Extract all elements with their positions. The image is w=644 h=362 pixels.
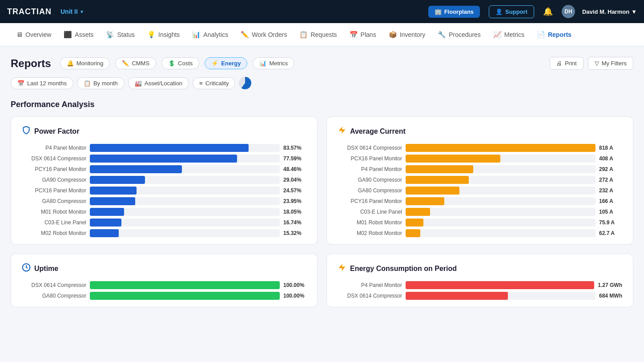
plans-icon: 📅 bbox=[350, 31, 358, 39]
bar-label: GA90 Compressor bbox=[338, 177, 402, 183]
monitoring-icon: 🔔 bbox=[67, 60, 74, 67]
nav-metrics[interactable]: 📈 Metrics bbox=[488, 28, 530, 41]
nav-status[interactable]: 📡 Status bbox=[101, 28, 140, 41]
nav-assets[interactable]: ⬛ Assets bbox=[58, 28, 99, 41]
bar-label: P4 Panel Monitor bbox=[22, 145, 86, 151]
tab-energy[interactable]: ⚡ Energy bbox=[205, 57, 247, 69]
bar-label: M01 Robot Monitor bbox=[338, 219, 402, 226]
avatar: DH bbox=[562, 5, 575, 18]
bar-label: M01 Robot Monitor bbox=[22, 209, 86, 215]
bar-label: P4 Panel Monitor bbox=[338, 166, 402, 172]
bar-fill bbox=[90, 292, 280, 300]
nav-procedures[interactable]: 🔧 Procedures bbox=[432, 28, 486, 41]
bar-label: C03-E Line Panel bbox=[338, 209, 402, 215]
tab-metrics[interactable]: 📊 Metrics bbox=[253, 57, 294, 69]
my-filters-button[interactable]: ▽ My Filters bbox=[588, 57, 633, 70]
unit-selector[interactable]: Unit II ▼ bbox=[60, 8, 84, 15]
bar-track bbox=[406, 187, 596, 195]
bar-row: P4 Panel Monitor1.27 GWh bbox=[338, 281, 622, 289]
energy-consumption-chart: P4 Panel Monitor1.27 GWhDSX 0614 Compres… bbox=[338, 281, 622, 300]
bar-row: PCX16 Panel Monitor408 A bbox=[338, 155, 622, 163]
criticality-filter[interactable]: ≡ Criticality bbox=[193, 77, 235, 89]
energy-consumption-title: Energy Consumption on Period bbox=[338, 263, 622, 274]
bar-fill bbox=[406, 281, 594, 289]
header-actions: 🖨 Print ▽ My Filters bbox=[550, 57, 633, 70]
bar-fill bbox=[90, 281, 280, 289]
user-name[interactable]: David M. Harmon ▼ bbox=[582, 8, 637, 15]
bar-label: M02 Robot Monitor bbox=[22, 230, 86, 236]
bar-value: 100.00% bbox=[283, 293, 306, 299]
period-filter[interactable]: 📅 Last 12 months bbox=[11, 77, 73, 89]
power-factor-chart: P4 Panel Monitor83.57%DSX 0614 Compresso… bbox=[22, 144, 306, 237]
nav-analytics[interactable]: 📊 Analytics bbox=[187, 28, 233, 41]
nav-insights[interactable]: 💡 Insights bbox=[142, 28, 185, 41]
color-filter-button[interactable] bbox=[239, 77, 251, 89]
notifications-icon[interactable]: 🔔 bbox=[543, 7, 553, 16]
bar-track bbox=[90, 187, 280, 195]
bar-fill bbox=[406, 176, 469, 184]
bolt-icon bbox=[338, 126, 346, 137]
bar-track bbox=[406, 219, 596, 227]
bar-fill bbox=[90, 229, 119, 237]
bar-value: 48.46% bbox=[283, 166, 306, 172]
bar-track bbox=[406, 144, 596, 152]
bar-track bbox=[90, 144, 280, 152]
nav-reports[interactable]: 📄 Reports bbox=[531, 28, 577, 41]
bar-value: 818 A bbox=[599, 145, 622, 151]
bar-fill bbox=[90, 219, 121, 227]
bar-label: GA80 Compressor bbox=[338, 187, 402, 194]
filter-icon: ▽ bbox=[595, 60, 599, 67]
bar-track bbox=[90, 208, 280, 216]
bar-row: GA80 Compressor100.00% bbox=[22, 292, 306, 300]
groupby-filter[interactable]: 📋 By month bbox=[77, 77, 125, 89]
floorplans-button[interactable]: 🏢 Floorplans bbox=[428, 6, 480, 18]
bar-row: C03-E Line Panel105 A bbox=[338, 208, 622, 216]
analytics-icon: 📊 bbox=[192, 31, 201, 39]
nav-inventory[interactable]: 📦 Inventory bbox=[383, 28, 431, 41]
reports-icon: 📄 bbox=[537, 31, 545, 39]
bar-fill bbox=[90, 165, 182, 173]
bar-label: GA90 Compressor bbox=[22, 177, 86, 183]
average-current-card: Average Current DSX 0614 Compressor818 A… bbox=[326, 116, 633, 245]
insights-icon: 💡 bbox=[147, 31, 156, 39]
bar-fill bbox=[406, 187, 459, 195]
bar-track bbox=[90, 229, 280, 237]
nav-overview[interactable]: 🖥 Overview bbox=[11, 28, 56, 41]
svg-marker-2 bbox=[339, 264, 346, 271]
asset-filter[interactable]: 🏭 Asset/Location bbox=[128, 77, 189, 89]
bar-fill bbox=[406, 229, 420, 237]
unit-label: Unit II bbox=[60, 8, 78, 15]
bar-fill bbox=[90, 197, 135, 205]
bar-track bbox=[406, 197, 596, 205]
topbar: TRACTIAN Unit II ▼ 🏢 Floorplans 👤 Suppor… bbox=[0, 0, 644, 23]
bar-label: PCY16 Panel Monitor bbox=[338, 198, 402, 204]
nav-plans[interactable]: 📅 Plans bbox=[344, 28, 382, 41]
bar-row: M02 Robot Monitor62.7 A bbox=[338, 229, 622, 237]
bar-fill bbox=[90, 155, 237, 163]
print-icon: 🖨 bbox=[556, 60, 562, 67]
print-button[interactable]: 🖨 Print bbox=[550, 57, 584, 70]
tab-costs[interactable]: 💲 Costs bbox=[161, 57, 199, 69]
bar-row: P4 Panel Monitor83.57% bbox=[22, 144, 306, 152]
tab-cmms[interactable]: ✏️ CMMS bbox=[115, 57, 156, 69]
bar-value: 408 A bbox=[599, 155, 622, 162]
support-button[interactable]: 👤 Support bbox=[489, 5, 534, 18]
bar-row: M01 Robot Monitor18.05% bbox=[22, 208, 306, 216]
asset-icon: 🏭 bbox=[135, 80, 142, 87]
tab-monitoring[interactable]: 🔔 Monitoring bbox=[60, 57, 110, 69]
bar-row: PCX16 Panel Monitor24.57% bbox=[22, 187, 306, 195]
bar-value: 23.95% bbox=[283, 198, 306, 204]
nav-requests[interactable]: 📋 Requests bbox=[294, 28, 342, 41]
bar-track bbox=[406, 176, 596, 184]
bar-fill bbox=[406, 155, 500, 163]
user-chevron-icon: ▼ bbox=[631, 8, 637, 15]
bar-label: PCY16 Panel Monitor bbox=[22, 166, 86, 172]
bar-label: PCX16 Panel Monitor bbox=[22, 187, 86, 194]
bar-row: GA90 Compressor29.04% bbox=[22, 176, 306, 184]
charts-grid: Power Factor P4 Panel Monitor83.57%DSX 0… bbox=[11, 116, 633, 307]
power-factor-title: Power Factor bbox=[22, 126, 306, 137]
bar-fill bbox=[90, 176, 145, 184]
bar-track bbox=[90, 219, 280, 227]
nav-workorders[interactable]: ✏️ Work Orders bbox=[235, 28, 292, 41]
bar-value: 15.32% bbox=[283, 230, 306, 236]
